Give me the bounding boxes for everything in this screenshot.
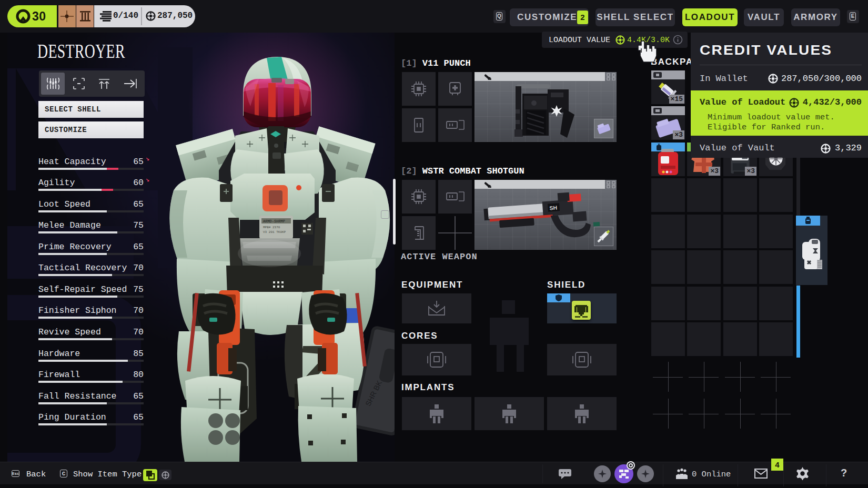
svg-text:SH: SH (549, 204, 557, 211)
svg-text:MPB# 2370: MPB# 2370 (263, 226, 280, 229)
svg-text:V3 201 TK0KP: V3 201 TK0KP (263, 230, 286, 234)
svg-text:ARMD-SHRMP: ARMD-SHRMP (263, 219, 285, 223)
